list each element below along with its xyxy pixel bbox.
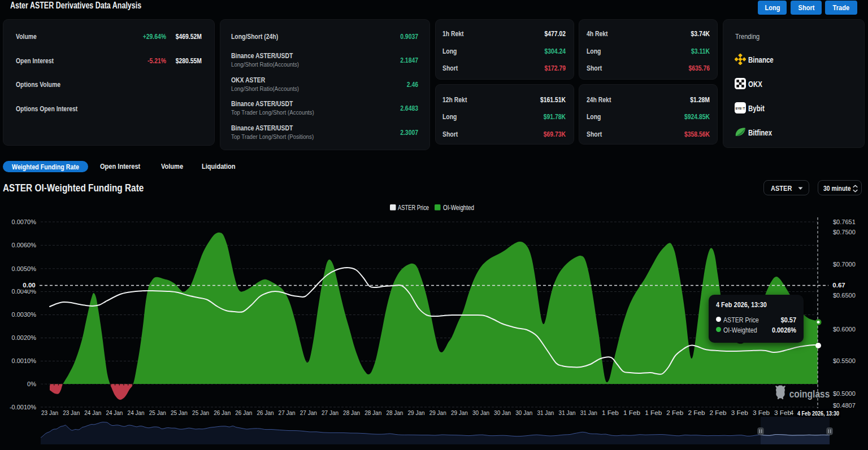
svg-text:24 Jan: 24 Jan	[128, 409, 145, 416]
svg-text:-0.0010%: -0.0010%	[10, 404, 36, 410]
svg-text:26 Jan: 26 Jan	[214, 409, 231, 416]
svg-text:27 Jan: 27 Jan	[300, 409, 317, 416]
svg-text:0.0060%: 0.0060%	[12, 242, 37, 248]
svg-text:30 Jan: 30 Jan	[472, 409, 489, 416]
svg-text:28 Jan: 28 Jan	[364, 409, 381, 416]
svg-text:BYB: BYB	[736, 107, 742, 110]
svg-text:1 Feb: 1 Feb	[623, 409, 640, 416]
svg-text:4: 4	[790, 409, 793, 416]
svg-text:29 Jan: 29 Jan	[408, 409, 425, 416]
svg-text:26 Jan: 26 Jan	[257, 409, 274, 416]
svg-text:3 Feb: 3 Feb	[731, 409, 748, 416]
svg-text:23 Jan: 23 Jan	[41, 409, 58, 416]
svg-text:ASTER Price: ASTER Price	[398, 204, 429, 212]
svg-text:0.0070%: 0.0070%	[12, 219, 37, 225]
svg-text:coinglass: coinglass	[789, 388, 830, 400]
svg-text:0.67: 0.67	[832, 282, 845, 289]
svg-text:0.00: 0.00	[23, 282, 35, 289]
svg-text:24 Jan: 24 Jan	[84, 409, 101, 416]
svg-text:31 Jan: 31 Jan	[580, 409, 597, 416]
svg-text:$0.7500: $0.7500	[833, 229, 856, 235]
svg-text:4 Feb 2026, 13:30: 4 Feb 2026, 13:30	[797, 410, 839, 417]
svg-text:OI-Weighted: OI-Weighted	[443, 204, 474, 212]
svg-text:30 Jan: 30 Jan	[494, 409, 511, 416]
svg-text:0%: 0%	[27, 381, 36, 387]
svg-text:0.0050%: 0.0050%	[12, 265, 37, 272]
svg-text:0.0030%: 0.0030%	[12, 311, 37, 318]
svg-text:25 Jan: 25 Jan	[192, 409, 209, 416]
svg-text:$0.6500: $0.6500	[833, 292, 856, 299]
svg-text:27 Jan: 27 Jan	[322, 409, 338, 416]
svg-text:29 Jan: 29 Jan	[451, 409, 468, 416]
svg-text:1 Feb: 1 Feb	[602, 409, 619, 416]
svg-text:2 Feb: 2 Feb	[688, 409, 705, 416]
svg-text:31 Jan: 31 Jan	[559, 409, 576, 416]
svg-text:$0.5000: $0.5000	[833, 390, 856, 397]
svg-text:T: T	[743, 107, 745, 110]
svg-text:$0.4807: $0.4807	[833, 402, 856, 409]
svg-text:26 Jan: 26 Jan	[235, 409, 252, 416]
svg-text:30 Jan: 30 Jan	[515, 409, 532, 416]
svg-text:25 Jan: 25 Jan	[149, 409, 166, 416]
svg-text:29 Jan: 29 Jan	[429, 409, 446, 416]
svg-text:28 Jan: 28 Jan	[343, 409, 360, 416]
svg-text:2 Feb: 2 Feb	[666, 409, 683, 416]
svg-text:3 Feb: 3 Feb	[753, 409, 770, 416]
svg-text:$0.7651: $0.7651	[833, 219, 856, 225]
svg-text:2 Feb: 2 Feb	[710, 409, 727, 416]
svg-text:0.0010%: 0.0010%	[12, 357, 37, 364]
svg-text:1 Feb: 1 Feb	[645, 409, 662, 416]
svg-text:$0.7000: $0.7000	[833, 261, 856, 268]
svg-text:27 Jan: 27 Jan	[279, 409, 296, 416]
svg-text:24 Jan: 24 Jan	[106, 409, 123, 416]
svg-text:28 Jan: 28 Jan	[386, 409, 403, 416]
svg-text:31 Jan: 31 Jan	[537, 409, 554, 416]
svg-text:23 Jan: 23 Jan	[63, 409, 80, 416]
svg-text:0.0020%: 0.0020%	[12, 334, 37, 341]
svg-text:3 Feb: 3 Feb	[774, 409, 791, 416]
svg-text:$0.6000: $0.6000	[833, 326, 856, 333]
svg-text:25 Jan: 25 Jan	[171, 409, 188, 416]
svg-text:$0.5500: $0.5500	[833, 357, 856, 364]
